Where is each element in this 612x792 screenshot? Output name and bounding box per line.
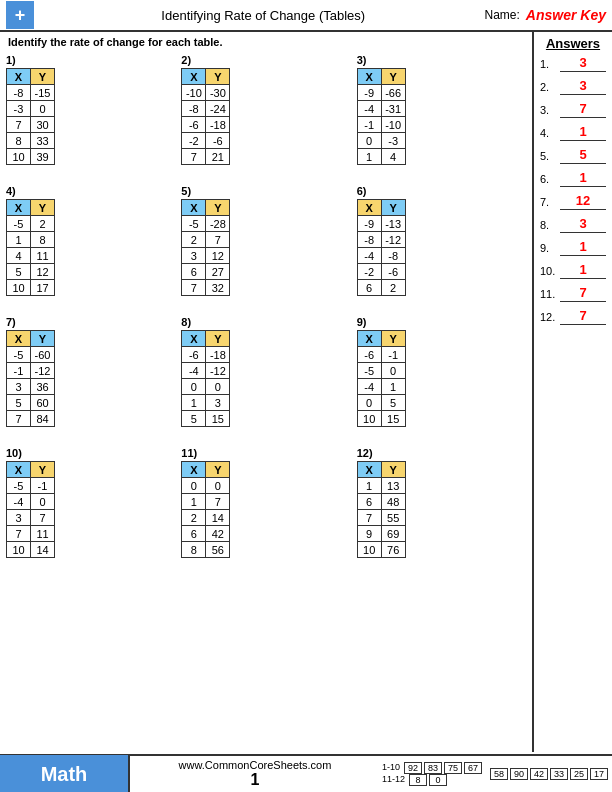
answer-number: 6. bbox=[540, 173, 560, 185]
stat-box: 83 bbox=[424, 762, 442, 774]
stat-label-2: 11-12 bbox=[380, 774, 407, 786]
y-value: -18 bbox=[206, 347, 230, 363]
table-row: -41 bbox=[357, 379, 405, 395]
header-title: Identifying Rate of Change (Tables) bbox=[42, 8, 485, 23]
stat-label-1: 1-10 bbox=[380, 762, 402, 774]
y-value: 55 bbox=[381, 510, 405, 526]
stat-box: 0 bbox=[429, 774, 447, 786]
answer-value: 1 bbox=[560, 170, 606, 187]
stat-box: 8 bbox=[409, 774, 427, 786]
stat-box: 33 bbox=[550, 768, 568, 780]
table-row: 13 bbox=[182, 395, 230, 411]
table-row: 711 bbox=[7, 526, 55, 542]
y-value: 12 bbox=[206, 248, 230, 264]
table-row: -8-12 bbox=[357, 232, 405, 248]
table-row: -6-1 bbox=[357, 347, 405, 363]
x-value: -6 bbox=[182, 347, 206, 363]
x-value: 8 bbox=[7, 133, 31, 149]
table-row: -5-28 bbox=[182, 216, 230, 232]
answer-value: 1 bbox=[560, 239, 606, 256]
xy-table: XY-52184115121017 bbox=[6, 199, 55, 296]
x-value: -4 bbox=[7, 494, 31, 510]
y-value: 32 bbox=[206, 280, 230, 296]
table-row: -1-10 bbox=[357, 117, 405, 133]
y-header: Y bbox=[381, 462, 405, 478]
answer-item: 8.3 bbox=[540, 216, 606, 233]
problem-number: 1) bbox=[6, 54, 173, 66]
y-value: 2 bbox=[31, 216, 55, 232]
problem: 12)XY1136487559691076 bbox=[357, 447, 524, 558]
table-row: -30 bbox=[7, 101, 55, 117]
table-row: 755 bbox=[357, 510, 405, 526]
footer-page: 1 bbox=[251, 771, 260, 789]
table-row: -2-6 bbox=[182, 133, 230, 149]
x-header: X bbox=[7, 462, 31, 478]
x-value: -6 bbox=[182, 117, 206, 133]
table-row: 512 bbox=[7, 264, 55, 280]
logo-icon: + bbox=[6, 1, 34, 29]
x-header: X bbox=[182, 462, 206, 478]
problem: 4)XY-52184115121017 bbox=[6, 185, 173, 296]
x-value: 7 bbox=[7, 411, 31, 427]
x-value: 7 bbox=[182, 149, 206, 165]
x-value: 0 bbox=[182, 478, 206, 494]
problem-section-row: 7)XY-5-60-1-123365607848)XY-6-18-4-12001… bbox=[6, 316, 524, 435]
stat-box: 17 bbox=[590, 768, 608, 780]
stat-box: 92 bbox=[404, 762, 422, 774]
y-value: 69 bbox=[381, 526, 405, 542]
table-row: 411 bbox=[7, 248, 55, 264]
y-value: 0 bbox=[381, 363, 405, 379]
xy-table: XY-9-13-8-12-4-8-2-662 bbox=[357, 199, 406, 296]
table-row: 14 bbox=[357, 149, 405, 165]
problem: 8)XY-6-18-4-120013515 bbox=[181, 316, 348, 427]
y-header: Y bbox=[206, 462, 230, 478]
y-header: Y bbox=[31, 200, 55, 216]
table-row: 1039 bbox=[7, 149, 55, 165]
x-value: 4 bbox=[7, 248, 31, 264]
answer-number: 11. bbox=[540, 288, 560, 300]
y-value: 0 bbox=[206, 379, 230, 395]
x-value: -10 bbox=[182, 85, 206, 101]
table-row: 17 bbox=[182, 494, 230, 510]
table-row: 642 bbox=[182, 526, 230, 542]
x-header: X bbox=[357, 331, 381, 347]
x-value: 1 bbox=[7, 232, 31, 248]
y-value: 36 bbox=[31, 379, 55, 395]
stat-box: 42 bbox=[530, 768, 548, 780]
answer-value: 5 bbox=[560, 147, 606, 164]
y-value: 39 bbox=[31, 149, 55, 165]
table-row: 721 bbox=[182, 149, 230, 165]
y-value: -12 bbox=[381, 232, 405, 248]
x-header: X bbox=[357, 69, 381, 85]
x-value: -4 bbox=[182, 363, 206, 379]
x-value: 0 bbox=[182, 379, 206, 395]
problem-section-row: 1)XY-8-15-3073083310392)XY-10-30-8-24-6-… bbox=[6, 54, 524, 173]
table-row: -5-1 bbox=[7, 478, 55, 494]
x-value: -1 bbox=[7, 363, 31, 379]
name-label: Name: bbox=[485, 8, 520, 22]
y-value: 7 bbox=[31, 510, 55, 526]
x-value: -5 bbox=[7, 216, 31, 232]
stat-box: 58 bbox=[490, 768, 508, 780]
table-row: -9-13 bbox=[357, 216, 405, 232]
xy-table: XY-5-2827312627732 bbox=[181, 199, 230, 296]
x-value: 7 bbox=[357, 510, 381, 526]
y-value: 14 bbox=[206, 510, 230, 526]
problem-number: 7) bbox=[6, 316, 173, 328]
table-row: 05 bbox=[357, 395, 405, 411]
table-row: -52 bbox=[7, 216, 55, 232]
table-row: 1076 bbox=[357, 542, 405, 558]
table-row: 00 bbox=[182, 478, 230, 494]
y-value: 3 bbox=[206, 395, 230, 411]
y-value: -6 bbox=[206, 133, 230, 149]
x-value: 6 bbox=[357, 280, 381, 296]
answer-item: 4.1 bbox=[540, 124, 606, 141]
table-row: 856 bbox=[182, 542, 230, 558]
answer-item: 1.3 bbox=[540, 55, 606, 72]
answer-number: 9. bbox=[540, 242, 560, 254]
table-row: 1015 bbox=[357, 411, 405, 427]
y-value: -66 bbox=[381, 85, 405, 101]
table-row: 00 bbox=[182, 379, 230, 395]
y-header: Y bbox=[206, 69, 230, 85]
x-value: 1 bbox=[182, 494, 206, 510]
